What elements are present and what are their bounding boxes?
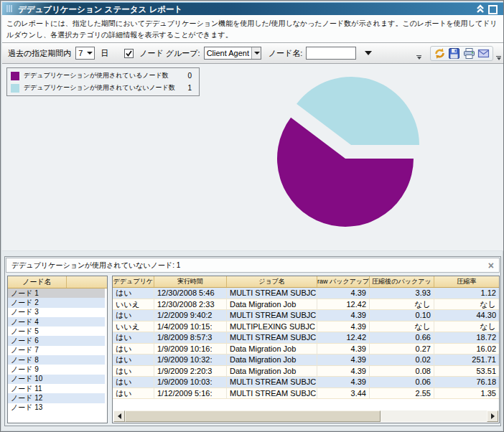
details-cell: 53.51: [434, 366, 499, 377]
details-cell: 76.18: [434, 377, 499, 388]
chevron-down-icon[interactable]: [87, 52, 93, 55]
drilldown-panel: デデュプリケーションが使用されていないノード: 1 × ノード名 ノード 1ノー…: [4, 256, 501, 426]
details-cell: MULTI STREAM SUBJC: [227, 288, 317, 299]
details-table-row[interactable]: はい12/30/2008 5:46MULTI STREAM SUBJC4.393…: [113, 288, 499, 299]
details-column-header[interactable]: ジョブ名: [227, 276, 317, 287]
details-cell: 16.02: [434, 344, 499, 354]
details-cell: 1/12/2009 5:16:: [154, 388, 227, 399]
horizontal-scrollbar[interactable]: [113, 410, 498, 422]
details-table-row[interactable]: はい1/9/2009 10:03:MULTI STREAM SUBJC4.390…: [113, 377, 499, 388]
details-cell: はい: [113, 344, 154, 354]
details-table-row[interactable]: いいえ1/4/2009 10:15:MULTIPLEXING SUBJC4.39…: [113, 321, 499, 333]
details-cell: いいえ: [113, 321, 154, 332]
node-list-item[interactable]: ノード 12: [8, 393, 105, 403]
collapse-icon[interactable]: [475, 4, 485, 13]
legend-item: デデュプリケーションが使用されているノード数0: [11, 71, 196, 80]
restore-icon[interactable]: [488, 5, 498, 14]
node-list-item[interactable]: ノード 11: [8, 384, 105, 393]
details-cell: 44.30: [434, 310, 499, 321]
node-list-item[interactable]: ノード 8: [8, 355, 105, 365]
details-cell: 3.93: [370, 288, 434, 299]
details-cell: 12/30/2008 2:33: [154, 299, 227, 310]
details-table-row[interactable]: はい1/8/2009 8:57:3MULTI STREAM SUBJC12.42…: [113, 332, 499, 344]
node-list-item[interactable]: ノード 2: [8, 298, 105, 307]
chevron-down-icon: [254, 52, 260, 55]
scroll-right-button[interactable]: [487, 410, 498, 422]
details-cell: Data Migration Job: [227, 366, 317, 377]
details-cell: 1/2/2009 9:40:2: [154, 310, 227, 321]
period-combo[interactable]: 7: [75, 47, 95, 60]
details-table-row[interactable]: はい1/12/2009 5:16:MULTI STREAM SUBJC3.442…: [113, 388, 499, 400]
details-cell: Data Migration Job: [227, 344, 317, 354]
details-cell: なし: [370, 321, 434, 332]
details-column-header[interactable]: raw バックアップ: [317, 276, 370, 287]
details-table-row[interactable]: はい1/9/2009 10:16:Data Migration Job4.390…: [113, 344, 499, 355]
details-cell: 251.71: [434, 354, 499, 365]
details-cell: 4.39: [317, 288, 370, 299]
node-list-item[interactable]: ノード 6: [8, 336, 105, 345]
details-table-row[interactable]: はい1/2/2009 9:40:2MULTI STREAM SUBJC4.390…: [113, 310, 499, 321]
scrollbar-thumb[interactable]: [125, 410, 381, 422]
details-cell: 4.39: [317, 354, 370, 365]
print-icon[interactable]: [463, 47, 475, 60]
legend-count: 1: [185, 84, 196, 92]
details-column-header[interactable]: 圧縮後のバックアッ: [370, 276, 434, 287]
details-cell: 4.39: [317, 321, 370, 332]
node-list-item[interactable]: ノード 7: [8, 346, 105, 355]
details-cell: 4.39: [317, 377, 370, 388]
node-list-item[interactable]: ノード 9: [8, 365, 105, 374]
close-icon[interactable]: ×: [488, 260, 494, 271]
report-description: このレポートには、指定した期間においてデデュプリケーション機能を使用した/使用し…: [2, 15, 503, 43]
details-cell: 1/8/2009 8:57:3: [154, 332, 227, 343]
details-cell: Data Migration Job: [227, 354, 317, 365]
details-cell: はい: [113, 366, 154, 377]
details-table-row[interactable]: いいえ12/30/2008 2:33Data Migration Job12.4…: [113, 299, 499, 311]
details-cell: はい: [113, 310, 154, 321]
title-bar: デデュプリケーション ステータス レポート: [2, 2, 503, 15]
details-table-row[interactable]: はい1/9/2009 2:20:3Data Migration Job4.390…: [113, 366, 499, 377]
node-group-combo[interactable]: Client Agent: [204, 47, 261, 60]
email-icon[interactable]: [477, 47, 490, 60]
node-list-item[interactable]: ノード 4: [8, 317, 105, 327]
node-list-item[interactable]: ノード 3: [8, 308, 105, 317]
details-cell: 0.08: [370, 366, 434, 377]
node-list-item[interactable]: ノード 13: [8, 403, 105, 413]
node-table-header[interactable]: ノード名: [8, 276, 67, 288]
details-cell: はい: [113, 388, 154, 399]
toolbar-overflow-icon[interactable]: [416, 55, 421, 60]
node-list-item[interactable]: ノード 5: [8, 327, 105, 336]
details-column-header[interactable]: 圧縮率: [434, 276, 499, 287]
details-cell: 0.66: [370, 332, 434, 343]
save-icon[interactable]: [448, 47, 460, 60]
details-cell: 3.44: [317, 388, 370, 399]
details-cell: 12.42: [317, 332, 370, 343]
details-cell: MULTI STREAM SUBJC: [227, 332, 317, 343]
details-cell: はい: [113, 354, 154, 365]
node-name-dropdown-icon[interactable]: [365, 51, 372, 55]
node-name-input[interactable]: [306, 47, 356, 60]
pie-slice[interactable]: [297, 77, 419, 145]
details-cell: 1/4/2009 10:15:: [154, 321, 227, 332]
node-table-header-blank[interactable]: [67, 276, 107, 288]
legend-item: デデュプリケーションが使用されていないノード数1: [11, 83, 196, 93]
node-table: ノード名 ノード 1ノード 2ノード 3ノード 4ノード 5ノード 6ノード 7…: [7, 276, 108, 423]
scroll-left-button[interactable]: [113, 410, 125, 422]
details-cell: 0.06: [370, 377, 434, 388]
details-cell: はい: [113, 377, 154, 388]
combo-arrow-button[interactable]: [251, 47, 261, 59]
details-cell: はい: [113, 332, 154, 343]
details-column-header[interactable]: 実行時間: [154, 276, 227, 287]
node-list-item[interactable]: ノード 10: [8, 375, 105, 384]
details-cell: 1/9/2009 2:20:3: [154, 366, 227, 377]
toolbar-overflow-icon-2[interactable]: [496, 56, 501, 60]
details-table: デデュプリケ実行時間ジョブ名raw バックアップ圧縮後のバックアッ圧縮率 はい1…: [112, 276, 500, 423]
details-cell: はい: [113, 288, 154, 299]
details-cell: 1/9/2009 10:16:: [154, 344, 227, 354]
details-column-header[interactable]: デデュプリケ: [113, 276, 154, 287]
details-table-row[interactable]: はい1/9/2009 10:32:Data Migration Job4.390…: [113, 354, 499, 366]
refresh-icon[interactable]: [434, 47, 446, 60]
node-group-checkbox[interactable]: [124, 49, 134, 58]
details-cell: MULTI STREAM SUBJC: [227, 388, 317, 399]
node-list-item[interactable]: ノード 1: [8, 288, 105, 298]
grip-icon: [6, 5, 12, 12]
